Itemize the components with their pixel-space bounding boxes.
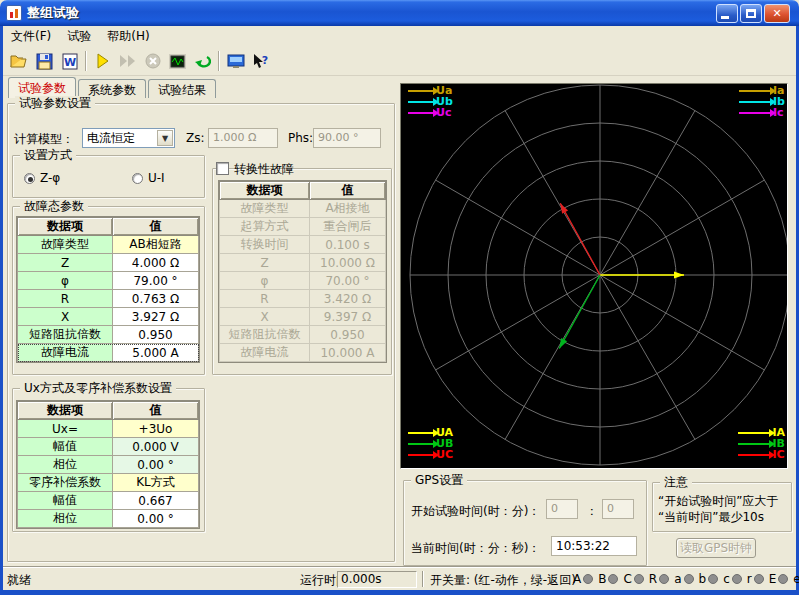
row-value[interactable]: +3Uo: [113, 420, 199, 438]
row-value: 重合闸后: [310, 218, 386, 236]
convert-fault-checkbox[interactable]: [216, 162, 229, 175]
radio-z-phi[interactable]: Z-φ: [24, 171, 60, 185]
read-gps-clock-button: 读取GPS时钟: [676, 538, 756, 558]
notice-line2: “当前时间”最少10s: [658, 509, 790, 525]
arrow-icon: [739, 112, 771, 114]
row-value[interactable]: 0.00 °: [113, 510, 199, 528]
lamp-A: A: [573, 572, 593, 586]
row-label: X: [18, 308, 113, 326]
table-row: 故障电流10.000 A: [220, 344, 386, 362]
lamp-C: C: [623, 572, 643, 586]
chevron-down-icon[interactable]: ▼: [157, 130, 173, 146]
lamp-R: R: [649, 572, 669, 586]
minimize-button[interactable]: [716, 4, 738, 23]
row-label: R: [18, 290, 113, 308]
radio-u-i-label: U-I: [148, 171, 165, 185]
calc-model-select[interactable]: 电流恒定 ▼: [82, 128, 175, 148]
row-value[interactable]: 4.000 Ω: [113, 254, 199, 272]
row-value: 0.00 °: [113, 456, 199, 474]
phs-field: 90.00 °: [313, 128, 381, 148]
row-label: 故障类型: [18, 236, 113, 254]
col-header-item: 数据项: [18, 402, 113, 420]
app-icon: [6, 5, 22, 21]
row-label: 零序补偿系数: [18, 474, 113, 492]
lamp-label: r: [747, 572, 752, 586]
radio-selected-icon: [24, 173, 35, 184]
lamp-dot-icon: [659, 574, 669, 584]
menu-test[interactable]: 试验: [59, 26, 99, 47]
lamp-dot-icon: [684, 574, 694, 584]
switch-lamps: A B C R a b c r E e: [573, 572, 799, 586]
table-row: 零序补偿系数KL方式: [18, 474, 199, 492]
lamp-dot-icon: [732, 574, 742, 584]
radio-u-i[interactable]: U-I: [132, 171, 165, 185]
voltage-legend-upper: UA UB UC: [408, 427, 453, 460]
lamp-label: C: [623, 572, 631, 586]
lamp-label: c: [723, 572, 730, 586]
test-params-group-title: 试验参数设置: [15, 96, 95, 110]
export-word-button[interactable]: W: [57, 49, 82, 73]
fault-group-title: 故障态参数: [20, 199, 88, 213]
menu-help[interactable]: 帮助(H): [99, 26, 157, 47]
context-help-button[interactable]: ?: [248, 49, 273, 73]
tab-test-results[interactable]: 试验结果: [148, 79, 216, 98]
table-header-row: 数据项 值: [220, 182, 386, 200]
lamp-label: B: [598, 572, 606, 586]
row-label: Ux=: [18, 420, 113, 438]
arrow-icon: [738, 432, 770, 434]
row-value[interactable]: 3.927 Ω: [113, 308, 199, 326]
runtime-value: 0.000s: [337, 571, 417, 588]
lamp-label: b: [699, 572, 707, 586]
fast-forward-icon: [119, 54, 137, 68]
row-value[interactable]: 0.950: [113, 326, 199, 344]
statusbar-separator: [422, 571, 424, 587]
row-value[interactable]: AB相短路: [113, 236, 199, 254]
convert-fault-table: 数据项 值 故障类型A相接地 起算方式重合闸后 转换时间0.100 s Z10.…: [218, 180, 387, 363]
open-file-button[interactable]: [7, 49, 32, 73]
arrow-icon: [408, 112, 434, 114]
lamp-dot-icon: [754, 574, 764, 584]
row-label: φ: [18, 272, 113, 290]
menu-bar: 文件(F) 试验 帮助(H): [3, 26, 796, 47]
device-panel-button[interactable]: [223, 49, 248, 73]
col-header-value: 值: [113, 218, 199, 236]
play-icon: [96, 53, 110, 69]
svg-text:W: W: [63, 56, 75, 69]
fast-forward-button: [115, 49, 140, 73]
table-header-row: 数据项 值: [18, 402, 199, 420]
calc-model-value: 电流恒定: [83, 130, 156, 147]
arrow-icon: [739, 101, 771, 103]
table-row: 转换时间0.100 s: [220, 236, 386, 254]
toolbar-separator: [218, 51, 220, 71]
close-button[interactable]: ✕: [764, 4, 790, 23]
row-label: Z: [18, 254, 113, 272]
save-button[interactable]: [32, 49, 57, 73]
lamp-dot-icon: [634, 574, 644, 584]
table-row: 故障类型AB相短路: [18, 236, 199, 254]
arrow-icon: [408, 432, 434, 434]
row-value[interactable]: 0.667: [113, 492, 199, 510]
arrow-icon: [408, 101, 434, 103]
row-value[interactable]: 0.763 Ω: [113, 290, 199, 308]
tab-test-params[interactable]: 试验参数: [8, 77, 76, 98]
row-label: 短路阻抗倍数: [18, 326, 113, 344]
maximize-button[interactable]: [740, 4, 762, 23]
row-value[interactable]: 5.000 A: [113, 344, 199, 362]
waveform-icon: [169, 54, 186, 69]
waveform-button[interactable]: [165, 49, 190, 73]
row-value: 3.420 Ω: [310, 290, 386, 308]
zs-field: 1.000 Ω: [208, 128, 278, 148]
row-value[interactable]: KL方式: [113, 474, 199, 492]
undo-button[interactable]: [190, 49, 215, 73]
word-doc-icon: W: [62, 53, 78, 70]
arrow-icon: [408, 90, 434, 92]
table-row: 幅值0.667: [18, 492, 199, 510]
gps-colon-label: ：: [586, 503, 598, 520]
gps-current-time-field[interactable]: 10:53:22: [551, 536, 637, 556]
start-test-button[interactable]: [90, 49, 115, 73]
arrow-icon: [738, 443, 770, 445]
legend-item-IC: IC: [738, 449, 785, 460]
menu-file[interactable]: 文件(F): [3, 26, 59, 47]
row-value[interactable]: 79.00 °: [113, 272, 199, 290]
gps-current-label: 当前时间(时：分：秒)：: [411, 540, 540, 557]
